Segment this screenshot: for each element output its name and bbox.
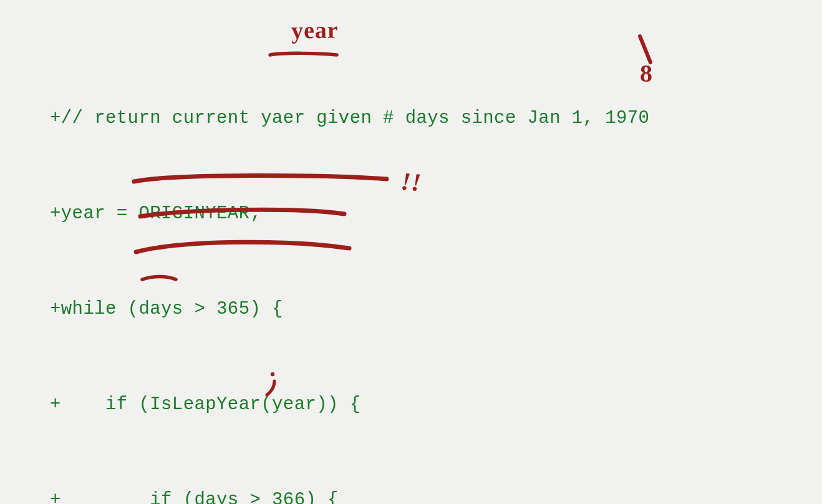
code-line: + if (days > 366) {	[50, 484, 649, 504]
code-line: +year = ORIGINYEAR;	[50, 198, 649, 230]
handwriting-exclamation: !!	[400, 167, 422, 197]
page: +// return current yaer given # days sin…	[0, 0, 822, 504]
code-line: + if (IsLeapYear(year)) {	[50, 389, 649, 420]
code-diff-block: +// return current yaer given # days sin…	[50, 39, 649, 504]
handwriting-year-correction: year	[291, 16, 339, 44]
code-line: +// return current yaer given # days sin…	[50, 102, 649, 134]
handwriting-eight-correction: 8	[640, 59, 653, 88]
code-line: +while (days > 365) {	[50, 293, 649, 325]
